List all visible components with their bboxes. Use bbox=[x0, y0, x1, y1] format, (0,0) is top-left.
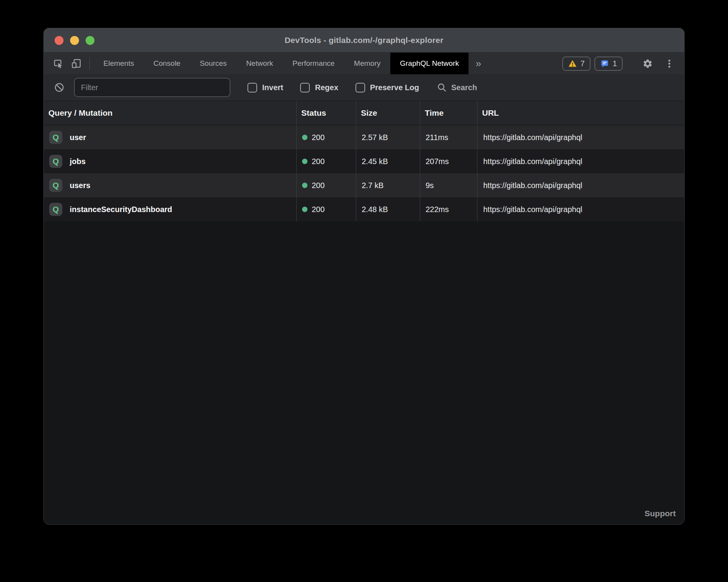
minimize-button[interactable] bbox=[70, 36, 79, 45]
query-type-badge: Q bbox=[49, 131, 62, 144]
close-button[interactable] bbox=[55, 36, 64, 45]
gear-icon bbox=[642, 58, 653, 69]
inspect-cursor-icon bbox=[53, 58, 64, 69]
status-cell: 200 bbox=[296, 149, 356, 173]
size-value: 2.45 kB bbox=[362, 157, 388, 166]
divider bbox=[89, 57, 90, 70]
block-icon bbox=[54, 82, 65, 93]
column-header-size[interactable]: Size bbox=[356, 101, 420, 125]
query-name: user bbox=[70, 133, 86, 142]
size-cell: 2.45 kB bbox=[356, 149, 420, 173]
time-cell: 9s bbox=[420, 173, 477, 197]
preserve-log-label: Preserve Log bbox=[370, 83, 419, 92]
query-name: instanceSecurityDashboard bbox=[70, 205, 172, 214]
tab-network[interactable]: Network bbox=[237, 53, 283, 74]
tab-sources[interactable]: Sources bbox=[190, 53, 237, 74]
window-title: DevTools - gitlab.com/-/graphql-explorer bbox=[285, 36, 443, 45]
time-value: 222ms bbox=[426, 205, 449, 214]
url-value: https://gitlab.com/api/graphql bbox=[483, 181, 582, 190]
tab-elements[interactable]: Elements bbox=[94, 53, 144, 74]
devtools-tabbar: Elements Console Sources Network Perform… bbox=[44, 53, 684, 74]
traffic-lights bbox=[55, 28, 94, 52]
panel-empty-area: Support bbox=[44, 221, 684, 524]
size-value: 2.57 kB bbox=[362, 133, 388, 142]
warnings-badge[interactable]: 7 bbox=[562, 56, 591, 71]
tab-console[interactable]: Console bbox=[144, 53, 190, 74]
query-name-cell: Q user bbox=[44, 125, 296, 149]
maximize-button[interactable] bbox=[86, 36, 94, 45]
query-name: jobs bbox=[70, 157, 86, 166]
preserve-log-checkbox[interactable] bbox=[355, 83, 365, 92]
query-type-badge: Q bbox=[49, 179, 62, 192]
table-header: Query / Mutation Status Size Time URL bbox=[44, 101, 684, 125]
issue-count: 1 bbox=[613, 59, 617, 68]
message-icon bbox=[600, 59, 609, 68]
size-cell: 2.57 kB bbox=[356, 125, 420, 149]
column-header-time[interactable]: Time bbox=[420, 101, 477, 125]
tab-memory[interactable]: Memory bbox=[344, 53, 390, 74]
regex-label: Regex bbox=[315, 83, 338, 92]
tab-performance[interactable]: Performance bbox=[283, 53, 344, 74]
url-cell: https://gitlab.com/api/graphql bbox=[477, 173, 684, 197]
time-value: 9s bbox=[426, 181, 434, 190]
invert-label: Invert bbox=[262, 83, 283, 92]
issues-badge[interactable]: 1 bbox=[594, 56, 623, 71]
column-header-status[interactable]: Status bbox=[296, 101, 356, 125]
regex-checkbox-group[interactable]: Regex bbox=[300, 83, 338, 92]
time-cell: 211ms bbox=[420, 125, 477, 149]
tabbar-right-controls: 7 1 bbox=[562, 53, 684, 74]
warning-count: 7 bbox=[580, 59, 585, 68]
status-code: 200 bbox=[312, 157, 325, 166]
time-value: 211ms bbox=[426, 133, 448, 142]
url-cell: https://gitlab.com/api/graphql bbox=[477, 197, 684, 221]
status-ok-dot bbox=[302, 183, 307, 188]
query-name-cell: Q instanceSecurityDashboard bbox=[44, 197, 296, 221]
time-cell: 222ms bbox=[420, 197, 477, 221]
column-header-query-mutation[interactable]: Query / Mutation bbox=[44, 101, 296, 125]
filter-input[interactable] bbox=[74, 78, 230, 97]
table-row[interactable]: Q user 200 2.57 kB 211ms https://gitlab.… bbox=[44, 125, 684, 149]
table-row[interactable]: Q users 200 2.7 kB 9s https://gitlab.com… bbox=[44, 173, 684, 197]
settings-button[interactable] bbox=[639, 58, 657, 69]
tab-graphql-network[interactable]: GraphQL Network bbox=[390, 53, 469, 74]
search-button[interactable]: Search bbox=[437, 82, 477, 92]
invert-checkbox-group[interactable]: Invert bbox=[247, 83, 283, 92]
size-value: 2.7 kB bbox=[362, 181, 384, 190]
titlebar: DevTools - gitlab.com/-/graphql-explorer bbox=[44, 28, 684, 53]
status-ok-dot bbox=[302, 207, 307, 212]
regex-checkbox[interactable] bbox=[300, 83, 310, 92]
time-value: 207ms bbox=[426, 157, 449, 166]
url-value: https://gitlab.com/api/graphql bbox=[483, 133, 582, 142]
status-cell: 200 bbox=[296, 125, 356, 149]
url-cell: https://gitlab.com/api/graphql bbox=[477, 125, 684, 149]
url-cell: https://gitlab.com/api/graphql bbox=[477, 149, 684, 173]
clear-filter-button[interactable] bbox=[52, 82, 66, 93]
status-code: 200 bbox=[312, 133, 325, 142]
table-row[interactable]: Q jobs 200 2.45 kB 207ms https://gitlab.… bbox=[44, 149, 684, 173]
query-name: users bbox=[70, 181, 90, 190]
column-header-url[interactable]: URL bbox=[477, 101, 684, 125]
search-icon bbox=[437, 82, 447, 92]
search-label: Search bbox=[451, 83, 477, 92]
menu-button[interactable] bbox=[661, 59, 678, 68]
status-cell: 200 bbox=[296, 173, 356, 197]
more-tabs-button[interactable]: » bbox=[469, 53, 488, 74]
size-value: 2.48 kB bbox=[362, 205, 388, 214]
warning-icon bbox=[568, 59, 577, 68]
size-cell: 2.48 kB bbox=[356, 197, 420, 221]
url-value: https://gitlab.com/api/graphql bbox=[483, 205, 582, 214]
preserve-log-checkbox-group[interactable]: Preserve Log bbox=[355, 83, 419, 92]
support-link[interactable]: Support bbox=[645, 509, 684, 524]
table-row[interactable]: Q instanceSecurityDashboard 200 2.48 kB … bbox=[44, 197, 684, 221]
device-toolbar-button[interactable] bbox=[67, 53, 86, 74]
query-name-cell: Q users bbox=[44, 173, 296, 197]
status-code: 200 bbox=[312, 205, 325, 214]
devtools-window: DevTools - gitlab.com/-/graphql-explorer… bbox=[43, 28, 685, 525]
status-cell: 200 bbox=[296, 197, 356, 221]
filter-toolbar: Invert Regex Preserve Log Search bbox=[44, 74, 684, 101]
url-value: https://gitlab.com/api/graphql bbox=[483, 157, 582, 166]
inspect-element-button[interactable] bbox=[49, 53, 67, 74]
status-code: 200 bbox=[312, 181, 325, 190]
invert-checkbox[interactable] bbox=[247, 83, 257, 92]
status-ok-dot bbox=[302, 159, 307, 164]
